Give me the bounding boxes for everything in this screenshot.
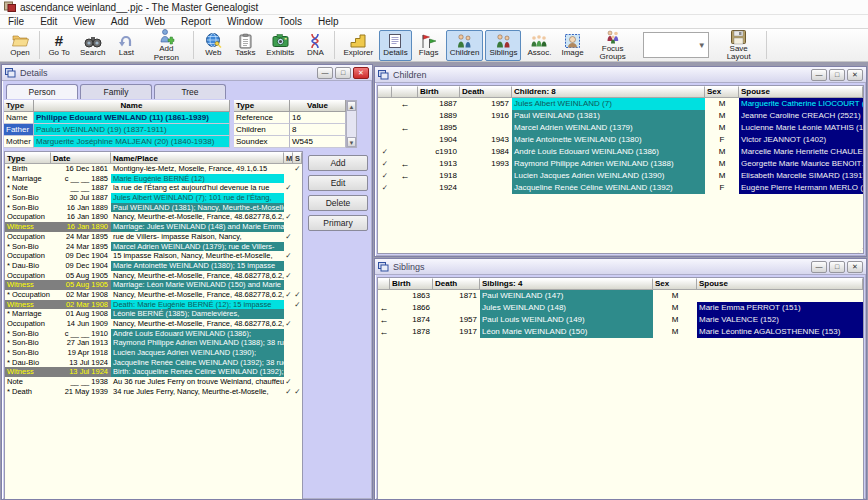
- event-row[interactable]: Occupation24 Mar 1895rue de Villers- imp…: [5, 232, 302, 242]
- children-row[interactable]: ←1895Marcel Adrien WEINLAND (1379)MLucie…: [378, 122, 863, 134]
- event-row[interactable]: * Son-Bio24 Mar 1895Marcel Adrien WEINLA…: [5, 242, 302, 252]
- maximize-button[interactable]: □: [335, 67, 351, 79]
- sibling-spouse: [697, 290, 863, 302]
- menu-item-view[interactable]: View: [65, 15, 103, 28]
- toolbar-button-add-person[interactable]: Add Person: [143, 30, 189, 61]
- event-row[interactable]: * Death21 May 193934 rue Jules Ferry, Na…: [5, 387, 302, 397]
- toolbar-button-explorer[interactable]: Explorer: [339, 30, 377, 61]
- event-row[interactable]: * Son-Bio27 Jan 1913Raymond Philippe Adr…: [5, 338, 302, 348]
- children-row[interactable]: ✓←19131993Raymond Philippe Adrien WEINLA…: [378, 158, 863, 170]
- toolbar-button-last[interactable]: Last: [111, 30, 141, 61]
- children-row[interactable]: 18891916Paul WEINLAND (1381)MJeanne Caro…: [378, 110, 863, 122]
- event-row[interactable]: * Occupation02 Mar 1908Nancy, Meurthe-et…: [5, 290, 302, 300]
- siblings-row[interactable]: ←18781917Léon Marie WEINLAND (150)MMarie…: [378, 326, 863, 338]
- toolbar-button-focus-groups[interactable]: Focus Groups: [590, 30, 636, 61]
- event-row[interactable]: * Son-Bio30 Jul 1887Jules Albert WEINLAN…: [5, 193, 302, 203]
- primary-button[interactable]: Primary: [308, 215, 368, 231]
- toolbar-button-siblings[interactable]: Siblings: [485, 30, 521, 61]
- toolbar-button-search[interactable]: Search: [76, 30, 109, 61]
- menu-item-web[interactable]: Web: [137, 15, 173, 28]
- event-row[interactable]: Occupation14 Jun 1909Nancy, Meurthe-et-M…: [5, 319, 302, 329]
- scroll-down-icon[interactable]: ▼: [347, 137, 356, 147]
- event-row[interactable]: Occupation05 Aug 1905Nancy, Meurthe-et-M…: [5, 271, 302, 281]
- menu-item-report[interactable]: Report: [173, 15, 219, 28]
- toolbar-button-open[interactable]: Open: [5, 30, 35, 61]
- maximize-button[interactable]: □: [829, 261, 845, 273]
- menu-item-file[interactable]: File: [0, 15, 32, 28]
- toolbar-button-goto[interactable]: #Go To: [44, 30, 74, 61]
- event-row[interactable]: Witness16 Jan 1890Marriage: Jules WEINLA…: [5, 222, 302, 232]
- delete-button[interactable]: Delete: [308, 195, 368, 211]
- children-row[interactable]: ←18871957Jules Albert WEINLAND (7)MMargu…: [378, 98, 863, 110]
- event-row[interactable]: * Birth16 Dec 1861Montigny-lès-Metz, Mos…: [5, 164, 302, 174]
- close-button[interactable]: ✕: [847, 261, 863, 273]
- event-row[interactable]: * Marriage01 Aug 1908Léonie BERNÉ (1385)…: [5, 309, 302, 319]
- add-button[interactable]: Add: [308, 155, 368, 171]
- details-window-titlebar[interactable]: Details — □ ✕: [2, 65, 372, 81]
- toolbar-button-tasks[interactable]: Tasks: [230, 30, 260, 61]
- toolbar-button-details[interactable]: Details: [379, 30, 411, 61]
- children-row[interactable]: ✓c19101984André Louis Edouard WEINLAND (…: [378, 146, 863, 158]
- siblings-window-titlebar[interactable]: Siblings — □ ✕: [375, 259, 866, 275]
- event-type: Occupation: [5, 319, 51, 329]
- event-row[interactable]: * Son-Bioc __ __ 1910André Louis Edouard…: [5, 329, 302, 339]
- toolbar-label-siblings: Siblings: [489, 49, 517, 58]
- edit-button[interactable]: Edit: [308, 175, 368, 191]
- scroll-up-icon[interactable]: ▲: [347, 101, 356, 111]
- event-row[interactable]: Occupation09 Dec 190415 impasse Raison, …: [5, 251, 302, 261]
- event-row[interactable]: * Marriagec __ __ 1885Marie Eugénie BERN…: [5, 174, 302, 184]
- event-row[interactable]: Note__ __ 1938Au 36 rue Jules Ferry on t…: [5, 377, 302, 387]
- info-row-father[interactable]: FatherPaulus WEINLAND (19) (1837-1911): [4, 124, 230, 136]
- toolbar-button-dna[interactable]: DNA: [300, 30, 330, 61]
- resize-grip[interactable]: ⋰: [857, 247, 865, 255]
- siblings-row[interactable]: ←1866Jules WEINLAND (148)MMarie Emma PER…: [378, 302, 863, 314]
- siblings-row[interactable]: ←18741957Paul Louis WEINLAND (149)MMarie…: [378, 314, 863, 326]
- close-button[interactable]: ✕: [353, 67, 369, 79]
- toolbar-button-save-layout[interactable]: Save Layout: [716, 30, 762, 61]
- tab-person[interactable]: Person: [6, 84, 78, 99]
- minimize-button[interactable]: —: [811, 69, 827, 81]
- layout-combo[interactable]: ▼: [643, 32, 709, 58]
- close-button[interactable]: ✕: [847, 69, 863, 81]
- maximize-button[interactable]: □: [829, 69, 845, 81]
- event-row[interactable]: Witness05 Aug 1905Marriage: Léon Marie W…: [5, 280, 302, 290]
- tab-tree[interactable]: Tree: [154, 84, 226, 99]
- stats-row-children[interactable]: Children8: [234, 124, 346, 136]
- siblings-row[interactable]: 18631871Paul WEINLAND (147)M: [378, 290, 863, 302]
- tab-family[interactable]: Family: [80, 84, 152, 99]
- children-row[interactable]: ✓←1918Lucien Jacques Adrien WEINLAND (13…: [378, 170, 863, 182]
- children-row[interactable]: ✓1924Jacqueline Renée Céline WEINLAND (1…: [378, 182, 863, 194]
- toolbar-button-children[interactable]: Children: [446, 30, 484, 61]
- info-row-mother[interactable]: MotherMarguerite Joséphine MALJEAN (20) …: [4, 136, 230, 148]
- event-row[interactable]: Occupation16 Jan 1890Nancy, Meurthe-et-M…: [5, 212, 302, 222]
- event-row[interactable]: * Dau-Bio09 Dec 1904Marie Antoinette WEI…: [5, 261, 302, 271]
- menu-item-window[interactable]: Window: [219, 15, 271, 28]
- event-row[interactable]: Witness02 Mar 1908Death: Marie Eugénie B…: [5, 300, 302, 310]
- info-header-row: TypeName: [4, 100, 230, 112]
- event-row[interactable]: * Son-Bio19 Apr 1918Lucien Jacques Adrie…: [5, 348, 302, 358]
- toolbar-button-exhibits[interactable]: Exhibits: [262, 30, 298, 61]
- event-row[interactable]: * Dau-Bio13 Jul 1924Jacqueline Renée Cél…: [5, 358, 302, 368]
- stats-row-reference[interactable]: Reference16: [234, 112, 346, 124]
- stats-scrollbar[interactable]: ▲ ▼: [346, 100, 357, 148]
- toolbar-button-flags[interactable]: Flags: [414, 30, 444, 61]
- toolbar-button-web[interactable]: Web: [198, 30, 228, 61]
- children-row[interactable]: 19041943Marie Antoinette WEINLAND (1380)…: [378, 134, 863, 146]
- menu-item-edit[interactable]: Edit: [32, 15, 65, 28]
- stats-row-soundex[interactable]: SoundexW545: [234, 136, 346, 148]
- toolbar-button-assoc[interactable]: Assoc.: [523, 30, 555, 61]
- menu-item-tools[interactable]: Tools: [271, 15, 310, 28]
- toolbar-button-image[interactable]: Image: [557, 30, 587, 61]
- event-row[interactable]: * Son-Bio16 Jan 1889Paul WEINLAND (1381)…: [5, 203, 302, 213]
- navigate-arrow-icon: ←: [378, 326, 390, 338]
- minimize-button[interactable]: —: [811, 261, 827, 273]
- event-row[interactable]: * Note__ __ 1887la rue de l'Étang est au…: [5, 183, 302, 193]
- event-row[interactable]: Witness13 Jul 1924Birth: Jacqueline René…: [5, 367, 302, 377]
- siblings-window: Siblings — □ ✕ BirthDeathSiblings: 4SexS…: [374, 258, 867, 500]
- info-row-name[interactable]: NamePhilippe Edouard WEINLAND (11) (1861…: [4, 112, 230, 124]
- minimize-button[interactable]: —: [317, 67, 333, 79]
- menu-item-add[interactable]: Add: [103, 15, 137, 28]
- children-window-titlebar[interactable]: Children — □ ✕: [375, 67, 866, 83]
- child-spouse: Eugène Pierre Hermann MERLO (1…: [739, 182, 863, 194]
- menu-item-help[interactable]: Help: [310, 15, 347, 28]
